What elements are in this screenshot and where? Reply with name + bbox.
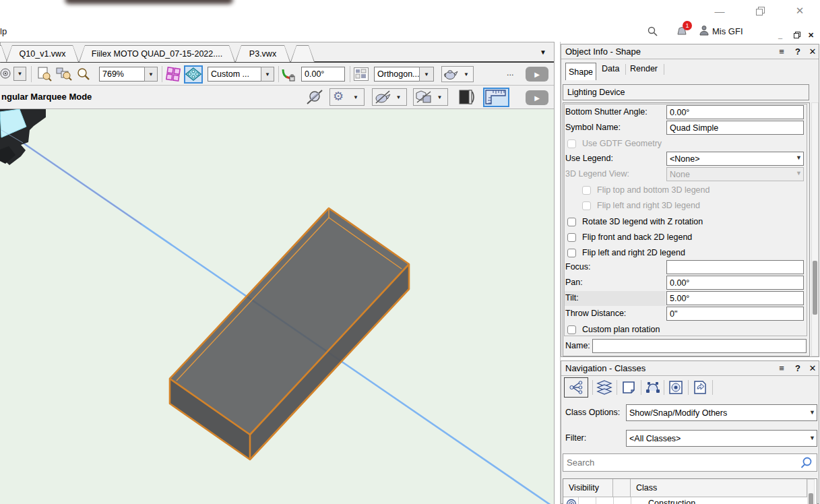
class-list-scrollbar[interactable]	[807, 479, 815, 504]
legend-view-label: 3D Legend View:	[565, 167, 629, 181]
fly-mode-combo[interactable]: Custom ...	[208, 67, 261, 82]
projection-combo[interactable]: Orthogon...	[374, 67, 420, 82]
class-visible-eye-icon[interactable]	[566, 499, 577, 504]
view-rotation-input[interactable]	[301, 67, 345, 82]
tab-fiilex[interactable]: Fiilex MOTO QUAD_07-15-2022....	[79, 45, 235, 62]
nav-menu-icon[interactable]: ≡	[776, 363, 788, 373]
unified-view-toggle[interactable]	[184, 65, 203, 84]
pan-input[interactable]	[666, 276, 804, 290]
palette-menu-icon[interactable]: ≡	[776, 46, 788, 57]
tab-data[interactable]: Data	[602, 64, 619, 73]
rulers-toggle-button[interactable]	[483, 88, 509, 107]
previous-zoom-icon[interactable]	[56, 67, 73, 84]
tab-p3[interactable]: P3.vwx	[235, 45, 290, 62]
filter-select[interactable]: <All Classes>▼	[626, 430, 817, 447]
doc-close-button[interactable]: ✕	[808, 31, 814, 40]
viewbar-expand-button[interactable]: ▶	[526, 67, 548, 82]
account-name[interactable]: Mis GFI	[712, 26, 743, 36]
focus-input[interactable]	[666, 260, 804, 274]
projection-cubes-icon[interactable]	[415, 90, 433, 107]
nav-help-icon[interactable]: ?	[792, 363, 804, 373]
projection-dropdown[interactable]: ▼	[419, 67, 434, 82]
palette-help-icon[interactable]: ?	[792, 46, 804, 57]
object-info-scrollbar[interactable]	[811, 102, 819, 356]
bottom-shutter-input[interactable]	[666, 105, 804, 119]
render-mode-dropdown[interactable]: ▼	[460, 67, 473, 82]
selected-3d-box[interactable]	[170, 208, 409, 460]
projection-dropdown-2[interactable]: ▼	[433, 89, 447, 105]
search-magnifier-icon[interactable]	[800, 456, 813, 472]
plan-rotation-icon[interactable]	[281, 67, 296, 85]
tab-render[interactable]: Render	[630, 64, 658, 73]
throw-distance-input[interactable]	[666, 307, 804, 321]
palette-close-icon[interactable]: ✕	[807, 46, 819, 57]
nav-close-icon[interactable]: ✕	[807, 363, 819, 373]
tab-shape[interactable]: Shape	[565, 63, 596, 80]
custom-plan-rotation-checkbox[interactable]	[567, 325, 576, 334]
zoom-tool-icon[interactable]	[76, 67, 91, 84]
tab-q10[interactable]: Q10_v1.vwx	[6, 45, 79, 62]
visibility-dropdown-button[interactable]: ▼	[13, 67, 26, 81]
multi-view-panes-button[interactable]	[354, 67, 369, 81]
focus-label: Focus:	[565, 260, 591, 274]
doc-restore-button[interactable]	[794, 32, 800, 40]
notification-icon[interactable]: 1	[676, 25, 689, 37]
flip-lr-2d-label: Flip left and right 2D legend	[582, 248, 685, 257]
symbol-name-input[interactable]	[666, 121, 804, 135]
name-input[interactable]	[592, 339, 807, 353]
use-legend-label: Use Legend:	[565, 152, 613, 166]
saved-views-tab-icon[interactable]	[645, 379, 661, 396]
class-search-input[interactable]	[564, 455, 793, 470]
render-style-icon[interactable]	[374, 90, 391, 107]
flip-lr-2d-checkbox[interactable]	[567, 249, 576, 257]
tab-stub[interactable]	[0, 45, 7, 62]
palette-splitter[interactable]	[554, 42, 561, 504]
modebar-expand-button[interactable]: ▶	[526, 90, 548, 105]
class-options-select[interactable]: Show/Snap/Modify Others▼	[626, 404, 817, 421]
design-layers-tab-icon[interactable]	[596, 379, 612, 396]
menu-fragment-help[interactable]: lp	[0, 26, 7, 36]
use-legend-select[interactable]: <None>▼	[666, 152, 804, 166]
window-restore-button[interactable]	[750, 3, 770, 18]
drawing-canvas[interactable]	[0, 109, 554, 504]
render-mode-teapot-icon[interactable]	[443, 68, 458, 83]
tab-empty[interactable]	[290, 45, 315, 62]
window-panes-icon[interactable]	[166, 67, 181, 85]
filter-label: Filter:	[565, 431, 586, 445]
tool-settings-dropdown[interactable]: ▼	[348, 89, 363, 105]
column-visibility[interactable]: Visibility	[563, 479, 613, 497]
sheet-layers-tab-icon[interactable]	[621, 379, 637, 396]
clip-cube-icon[interactable]	[458, 89, 476, 108]
fly-mode-dropdown[interactable]: ▼	[261, 67, 274, 82]
tool-settings-gear-icon[interactable]: ⚙	[333, 89, 344, 104]
flip-front-back-checkbox[interactable]	[567, 233, 576, 242]
class-list-scrollbar-thumb[interactable]	[809, 493, 813, 504]
tilt-row-highlight	[565, 291, 666, 306]
tab-overflow-dropdown[interactable]: ▼	[540, 49, 546, 56]
fit-to-page-zoom-icon[interactable]	[37, 67, 52, 84]
app-window: — ✕ lp 1 Mis GFI _ ✕ Q10_v1.vwx Fiilex M…	[0, 0, 820, 504]
account-icon[interactable]	[699, 25, 709, 39]
xray-select-icon[interactable]	[305, 89, 325, 109]
flip-front-back-label: Flip front and back 2D legend	[582, 232, 692, 242]
column-class[interactable]: Class	[631, 479, 807, 497]
render-style-dropdown[interactable]: ▼	[391, 89, 406, 105]
zoom-level-dropdown[interactable]: ▼	[144, 67, 158, 82]
object-info-scrollbar-thumb[interactable]	[813, 261, 817, 315]
classes-tab-icon[interactable]	[568, 379, 584, 396]
lighting-fixture[interactable]	[0, 109, 46, 165]
window-minimize-button[interactable]: —	[709, 3, 730, 18]
doc-minimize-button[interactable]: _	[778, 31, 782, 39]
tilt-input[interactable]	[666, 291, 804, 305]
section-lighting-device: Lighting Device	[563, 84, 809, 100]
rotate-z-checkbox[interactable]	[567, 218, 576, 226]
window-close-button[interactable]: ✕	[790, 3, 810, 18]
viewbar-overflow[interactable]: ...	[507, 68, 513, 77]
zoom-level-input[interactable]	[99, 67, 145, 82]
search-icon[interactable]	[647, 26, 658, 40]
references-tab-icon[interactable]	[692, 379, 708, 396]
visibility-tool-icon[interactable]	[0, 67, 12, 82]
column-blank[interactable]	[613, 479, 631, 497]
viewports-tab-icon[interactable]	[668, 379, 684, 396]
class-row-construction[interactable]: Construction	[563, 497, 807, 504]
